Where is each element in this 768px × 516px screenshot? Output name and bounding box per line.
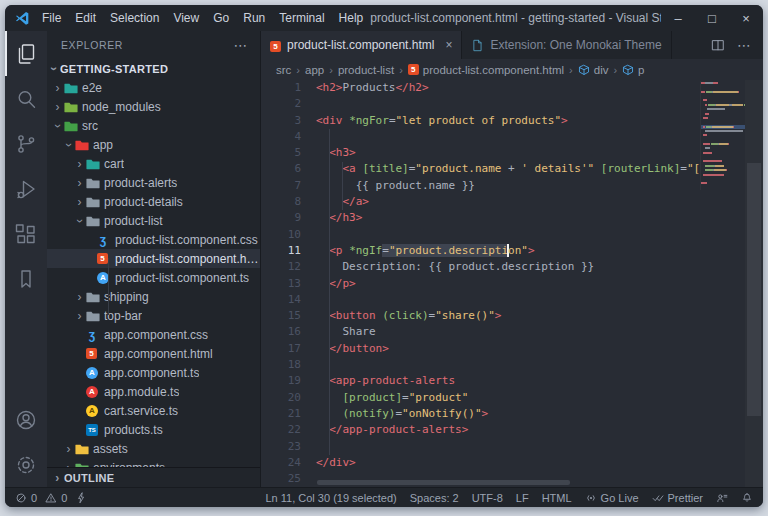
tab-product-list-component-html[interactable]: 5product-list.component.html× <box>261 31 462 59</box>
tree-item-app.component.css[interactable]: ʒapp.component.css <box>47 325 260 344</box>
code-editor[interactable]: 1<h2>Products</h2>23<div *ngFor="let pro… <box>261 80 763 487</box>
tree-item-label: product-list.component.css <box>115 233 258 247</box>
status-ln-11-col-30-19-selected-[interactable]: Ln 11, Col 30 (19 selected) <box>265 492 396 504</box>
tree-item-assets[interactable]: ›assets <box>47 439 260 458</box>
tree-item-app[interactable]: ›app <box>47 135 260 154</box>
tree-item-product-list.component.html[interactable]: 5product-list.component.html <box>47 249 260 268</box>
tree-item-product-list[interactable]: ›product-list <box>47 211 260 230</box>
tree-item-label: product-details <box>104 195 183 209</box>
code-line-19[interactable]: 19 <app-product-alerts <box>261 373 701 389</box>
split-editor-icon[interactable] <box>711 38 725 52</box>
code-line-20[interactable]: 20 [product]="product" <box>261 390 701 406</box>
tree-item-product-details[interactable]: ›product-details <box>47 192 260 211</box>
breadcrumb-product-list.component.html[interactable]: 5product-list.component.html <box>408 64 564 76</box>
close-tab-icon[interactable]: × <box>445 38 452 52</box>
status-feedback-icon[interactable] <box>716 492 728 504</box>
status-bell-icon[interactable] <box>741 492 753 504</box>
tree-item-products.ts[interactable]: TSproducts.ts <box>47 420 260 439</box>
tree-item-e2e[interactable]: ›e2e <box>47 78 260 97</box>
sidebar-more-actions[interactable]: ⋯ <box>233 37 248 53</box>
tree-item-src[interactable]: ›src <box>47 116 260 135</box>
code-line-18[interactable]: 18 <box>261 357 701 373</box>
tree-item-product-alerts[interactable]: ›product-alerts <box>47 173 260 192</box>
tree-root-getting-started[interactable]: › GETTING-STARTED <box>47 59 260 78</box>
maximize-button[interactable]: □ <box>695 5 729 31</box>
tree-item-product-list.component.css[interactable]: ʒproduct-list.component.css <box>47 230 260 249</box>
more-actions-icon[interactable]: ⋯ <box>737 37 751 53</box>
minimap-line <box>701 129 745 133</box>
code-line-15[interactable]: 15 <button (click)="share()"> <box>261 308 701 324</box>
tree-item-cart[interactable]: ›cart <box>47 154 260 173</box>
minimize-button[interactable]: – <box>661 5 695 31</box>
tree-item-top-bar[interactable]: ›top-bar <box>47 306 260 325</box>
breadcrumb-app[interactable]: app <box>305 64 324 76</box>
close-button[interactable]: × <box>729 5 763 31</box>
code-line-11[interactable]: 11 <p *ngIf="product.description"> <box>261 243 701 259</box>
code-line-9[interactable]: 9 </h3> <box>261 210 701 226</box>
menu-selection[interactable]: Selection <box>103 5 166 31</box>
code-line-12[interactable]: 12 Description: {{ product.description }… <box>261 259 701 275</box>
vertical-scrollbar[interactable] <box>745 80 763 487</box>
code-line-17[interactable]: 17 </button> <box>261 341 701 357</box>
code-line-13[interactable]: 13 </p> <box>261 276 701 292</box>
horizontal-scrollbar[interactable] <box>317 480 570 485</box>
minimap[interactable] <box>700 81 745 190</box>
tree-item-environments[interactable]: ›environments <box>47 458 260 467</box>
tree-item-node_modules[interactable]: ›node_modules <box>47 97 260 116</box>
status-prettier[interactable]: Prettier <box>652 492 703 504</box>
menu-terminal[interactable]: Terminal <box>272 5 331 31</box>
menu-go[interactable]: Go <box>206 5 236 31</box>
activity-extensions-button[interactable] <box>5 211 47 256</box>
tree-item-app.component.html[interactable]: 5app.component.html <box>47 344 260 363</box>
tree-item-shipping[interactable]: ›shipping <box>47 287 260 306</box>
status-error-icon[interactable]: 0 <box>15 492 37 504</box>
activity-run-debug-button[interactable] <box>5 166 47 211</box>
breadcrumb-div[interactable]: div <box>578 64 609 76</box>
code-line-21[interactable]: 21 (notify)="onNotify()"> <box>261 406 701 422</box>
vscode-logo-icon <box>9 10 35 26</box>
breadcrumb-p[interactable]: p <box>622 64 644 76</box>
menu-run[interactable]: Run <box>236 5 272 31</box>
code-line-24[interactable]: 24</div> <box>261 455 701 471</box>
menu-edit[interactable]: Edit <box>68 5 103 31</box>
activity-settings-button[interactable] <box>5 442 47 487</box>
activity-source-control-button[interactable] <box>5 121 47 166</box>
code-line-7[interactable]: 7 {{ product.name }} <box>261 178 701 194</box>
code-line-8[interactable]: 8 </a> <box>261 194 701 210</box>
code-line-10[interactable]: 10 <box>261 227 701 243</box>
code-line-14[interactable]: 14 <box>261 292 701 308</box>
menu-view[interactable]: View <box>166 5 206 31</box>
tree-item-product-list.component.ts[interactable]: Aproduct-list.component.ts <box>47 268 260 287</box>
scrollbar-thumb[interactable] <box>747 163 761 416</box>
tree-item-cart.service.ts[interactable]: Acart.service.ts <box>47 401 260 420</box>
code-line-5[interactable]: 5 <h3> <box>261 145 701 161</box>
activity-bookmarks-button[interactable] <box>5 256 47 301</box>
outline-section[interactable]: › OUTLINE <box>47 467 260 487</box>
status-lf[interactable]: LF <box>516 492 529 504</box>
menu-help[interactable]: Help <box>332 5 371 31</box>
code-line-1[interactable]: 1<h2>Products</h2> <box>261 80 701 96</box>
tree-item-app.component.ts[interactable]: Aapp.component.ts <box>47 363 260 382</box>
status-spaces-2[interactable]: Spaces: 2 <box>410 492 459 504</box>
status-lightning-icon[interactable] <box>75 492 87 504</box>
menu-file[interactable]: File <box>35 5 68 31</box>
ts-icon: TS <box>86 424 104 436</box>
code-line-2[interactable]: 2 <box>261 96 701 112</box>
status-html[interactable]: HTML <box>542 492 572 504</box>
code-line-6[interactable]: 6 <a [title]="product.name + ' details'"… <box>261 161 701 177</box>
tree-item-app.module.ts[interactable]: Aapp.module.ts <box>47 382 260 401</box>
code-line-16[interactable]: 16 Share <box>261 324 701 340</box>
status-utf-8[interactable]: UTF-8 <box>472 492 503 504</box>
code-line-23[interactable]: 23 <box>261 439 701 455</box>
code-line-3[interactable]: 3<div *ngFor="let product of products"> <box>261 113 701 129</box>
activity-search-button[interactable] <box>5 76 47 121</box>
breadcrumb-src[interactable]: src <box>276 64 291 76</box>
tab-extension-one-monokai-theme[interactable]: Extension: One Monokai Theme <box>462 31 671 59</box>
activity-explorer-button[interactable] <box>5 31 47 76</box>
status-warning-icon[interactable]: 0 <box>45 492 67 504</box>
activity-account-button[interactable] <box>5 397 47 442</box>
code-line-4[interactable]: 4 <box>261 129 701 145</box>
breadcrumb-product-list[interactable]: product-list <box>338 64 394 76</box>
code-line-22[interactable]: 22 </app-product-alerts> <box>261 422 701 438</box>
status-go-live[interactable]: Go Live <box>585 492 639 504</box>
